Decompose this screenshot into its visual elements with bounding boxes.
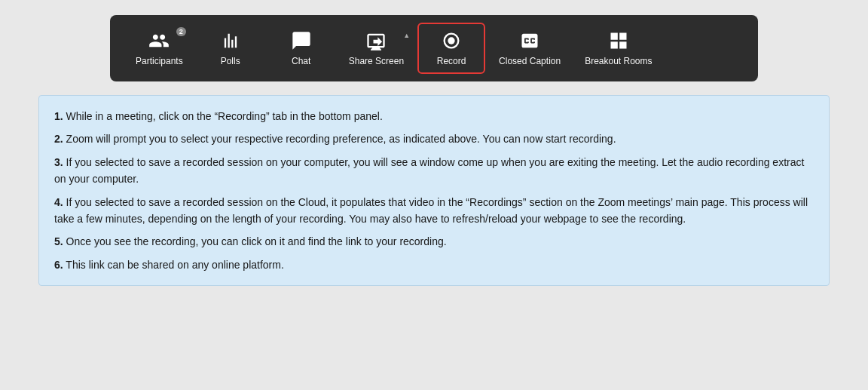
instruction-item-6: 6. This link can be shared on any online… (54, 256, 814, 273)
toolbar-polls[interactable]: Polls (197, 24, 264, 72)
closed-caption-icon (519, 30, 540, 51)
share-screen-label: Share Screen (349, 56, 404, 66)
instruction-item-5: 5. Once you see the recording, you can c… (54, 233, 814, 250)
toolbar-share-screen[interactable]: ▲ Share Screen (338, 24, 414, 72)
chat-label: Chat (292, 56, 310, 66)
toolbar-breakout-rooms[interactable]: Breakout Rooms (574, 24, 662, 72)
svg-point-1 (448, 37, 454, 44)
zoom-toolbar: 2 Participants Polls Chat ▲ Share Screen (110, 15, 758, 81)
participants-badge: 2 (176, 27, 186, 36)
share-screen-chevron-icon: ▲ (403, 32, 410, 39)
share-screen-icon (365, 30, 387, 51)
record-label: Record (437, 56, 466, 66)
instruction-item-1: 1. While in a meeting, click on the “Rec… (54, 108, 814, 124)
chat-icon (291, 30, 312, 51)
instruction-item-2: 2. Zoom will prompt you to select your r… (54, 131, 814, 147)
breakout-rooms-icon (608, 30, 629, 51)
breakout-rooms-label: Breakout Rooms (585, 56, 652, 66)
toolbar-participants[interactable]: 2 Participants (125, 24, 194, 72)
polls-label: Polls (221, 56, 240, 66)
participants-icon (148, 30, 170, 51)
toolbar-chat[interactable]: Chat (267, 24, 335, 72)
toolbar-closed-caption[interactable]: Closed Caption (488, 24, 571, 72)
instructions-container: 1. While in a meeting, click on the “Rec… (38, 95, 830, 286)
instruction-item-3: 3. If you selected to save a recorded se… (54, 154, 814, 188)
record-icon (441, 30, 462, 51)
toolbar-record[interactable]: Record (417, 23, 485, 74)
participants-label: Participants (136, 56, 183, 66)
polls-icon (220, 30, 241, 51)
closed-caption-label: Closed Caption (499, 56, 561, 66)
instruction-item-4: 4. If you selected to save a recorded se… (54, 194, 814, 228)
